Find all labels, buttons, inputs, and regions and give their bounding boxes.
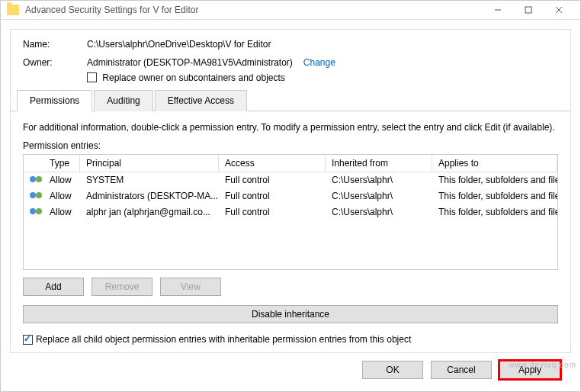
owner-value: Administrator (DESKTOP-MA981V5\Administr… bbox=[87, 57, 293, 68]
table-row[interactable]: Allow SYSTEM Full control C:\Users\alphr… bbox=[24, 172, 557, 188]
col-principal[interactable]: Principal bbox=[80, 155, 219, 172]
change-owner-link[interactable]: Change bbox=[303, 57, 335, 68]
replace-owner-label: Replace owner on subcontainers and objec… bbox=[102, 72, 284, 83]
tabs: Permissions Auditing Effective Access bbox=[11, 89, 570, 111]
folder-icon bbox=[7, 5, 19, 15]
remove-button[interactable]: Remove bbox=[91, 278, 152, 296]
permission-grid: Type Principal Access Inherited from App… bbox=[23, 154, 558, 270]
people-icon bbox=[30, 207, 43, 216]
name-label: Name: bbox=[23, 39, 87, 50]
grid-header: Type Principal Access Inherited from App… bbox=[24, 155, 557, 172]
svg-rect-1 bbox=[525, 7, 531, 13]
people-icon bbox=[30, 191, 43, 200]
col-access[interactable]: Access bbox=[219, 155, 326, 172]
view-button[interactable]: View bbox=[160, 278, 221, 296]
replace-owner-checkbox[interactable] bbox=[87, 72, 97, 82]
security-settings-window: Advanced Security Settings for V for Edi… bbox=[0, 0, 581, 392]
ok-button[interactable]: OK bbox=[362, 361, 423, 379]
info-text: For additional information, double-click… bbox=[23, 122, 558, 133]
watermark: www.deviaq.com bbox=[509, 361, 576, 369]
replace-entries-checkbox[interactable] bbox=[23, 335, 33, 345]
name-value: C:\Users\alphr\OneDrive\Desktop\V for Ed… bbox=[87, 39, 271, 50]
col-type[interactable]: Type bbox=[43, 155, 80, 172]
tab-effective-access[interactable]: Effective Access bbox=[155, 90, 247, 111]
col-applies[interactable]: Applies to bbox=[432, 155, 557, 172]
table-row[interactable]: Allow Administrators (DESKTOP-MA... Full… bbox=[24, 188, 557, 204]
replace-entries-label: Replace all child object permission entr… bbox=[36, 334, 411, 345]
people-icon bbox=[30, 175, 43, 184]
add-button[interactable]: Add bbox=[23, 278, 84, 296]
owner-label: Owner: bbox=[23, 57, 87, 68]
disable-inheritance-button[interactable]: Disable inheritance bbox=[23, 305, 558, 323]
table-row[interactable]: Allow alphr jan (alphrjan@gmail.co... Fu… bbox=[24, 204, 557, 220]
cancel-button[interactable]: Cancel bbox=[431, 361, 492, 379]
titlebar: Advanced Security Settings for V for Edi… bbox=[1, 1, 580, 20]
col-inherited[interactable]: Inherited from bbox=[326, 155, 432, 172]
minimize-button[interactable] bbox=[483, 1, 513, 19]
entries-label: Permission entries: bbox=[23, 140, 558, 151]
tab-auditing[interactable]: Auditing bbox=[94, 90, 152, 111]
window-title: Advanced Security Settings for V for Edi… bbox=[25, 5, 483, 15]
tab-permissions[interactable]: Permissions bbox=[17, 90, 92, 111]
close-button[interactable] bbox=[544, 1, 574, 19]
maximize-button[interactable] bbox=[513, 1, 544, 19]
footer: OK Cancel Apply bbox=[10, 353, 571, 387]
